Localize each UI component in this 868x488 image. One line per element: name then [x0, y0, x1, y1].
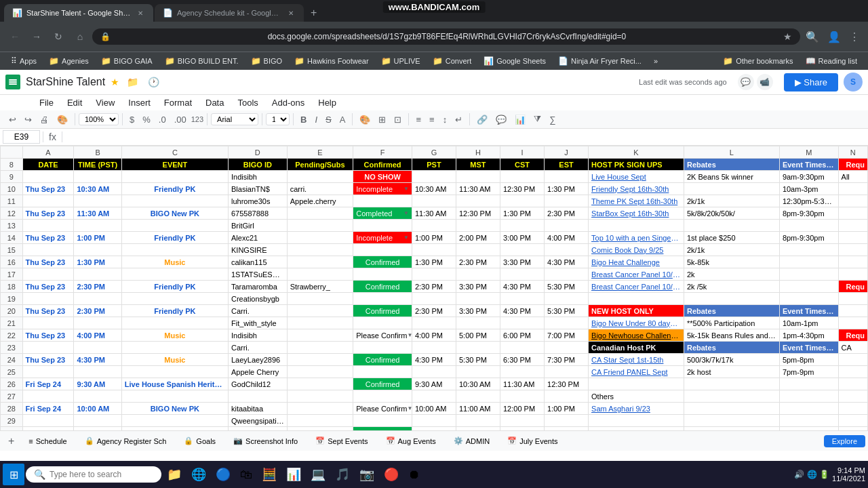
cell-l14[interactable]: 1st place $250 — [684, 232, 779, 244]
cell-m28[interactable] — [779, 403, 838, 415]
cell-n29[interactable] — [838, 415, 867, 427]
col-header-i[interactable]: I — [500, 146, 545, 159]
cell-h8[interactable]: MST — [456, 159, 500, 171]
cell-k16[interactable]: Bigo Heat Challenge — [589, 256, 684, 268]
cell-g13[interactable] — [412, 220, 456, 232]
cell-d25[interactable]: Appele Cherry — [228, 366, 287, 378]
cell-j24[interactable]: 7:30 PM — [545, 354, 589, 366]
cell-f27[interactable] — [353, 390, 412, 403]
cell-j10[interactable]: 1:30 PM — [545, 183, 589, 195]
bookmark-reading-list[interactable]: 📖 Reading list — [800, 54, 863, 68]
cell-e29[interactable] — [287, 415, 353, 427]
col-header-c[interactable]: C — [121, 146, 228, 159]
cell-c21[interactable] — [121, 317, 228, 329]
browser-tab-2[interactable]: 📄 Agency Schedule kit - Google D... ✕ — [155, 4, 304, 22]
cell-f28[interactable]: Please Confirm ▼ — [353, 403, 412, 415]
cell-b17[interactable] — [74, 268, 121, 281]
cell-a23[interactable] — [22, 342, 74, 354]
sheet-tab-sept-events[interactable]: 📅 Sept Events — [307, 432, 376, 451]
cell-e14[interactable] — [287, 232, 353, 244]
cell-i9[interactable] — [500, 171, 545, 183]
cell-l11[interactable]: 2k/1k — [684, 195, 779, 207]
link-button[interactable]: 🔗 — [473, 113, 491, 127]
tab-close-1[interactable]: ✕ — [136, 9, 145, 18]
cell-e10[interactable]: carri. — [287, 183, 353, 195]
cell-e9[interactable] — [287, 171, 353, 183]
cell-g25[interactable] — [412, 366, 456, 378]
cell-f19[interactable] — [353, 293, 412, 305]
cell-g20[interactable]: 2:30 PM — [412, 305, 456, 317]
cell-a29[interactable] — [22, 415, 74, 427]
cell-m8[interactable]: Event Times (PST) — [779, 159, 838, 171]
cell-d14[interactable]: Alexc21 — [228, 232, 287, 244]
col-header-l[interactable]: L — [684, 146, 779, 159]
menu-edit[interactable]: Edit — [62, 95, 87, 110]
cell-g22[interactable]: 4:00 PM — [412, 329, 456, 342]
bookmark-more[interactable]: » — [648, 55, 663, 67]
cell-c27[interactable] — [121, 390, 228, 403]
cell-m11[interactable]: 12:30pm-5:30pm — [779, 195, 838, 207]
cell-e8[interactable]: Pending/Subs — [287, 159, 353, 171]
cell-b10[interactable]: 10:30 AM — [74, 183, 121, 195]
cell-b27[interactable] — [74, 390, 121, 403]
cell-l24[interactable]: 500/3k/7k/17k — [684, 354, 779, 366]
cell-c14[interactable]: Friendly PK — [121, 232, 228, 244]
bookmark-bigo-gaia[interactable]: 📁 BIGO GAIA — [96, 54, 158, 68]
col-header-e[interactable]: E — [287, 146, 353, 159]
cell-c22[interactable]: Music — [121, 329, 228, 342]
cell-h9[interactable] — [456, 171, 500, 183]
menu-view[interactable]: View — [90, 95, 120, 110]
cell-b23[interactable] — [74, 342, 121, 354]
cell-i16[interactable]: 3:30 PM — [500, 256, 545, 268]
cell-f16[interactable]: Confirmed — [353, 256, 412, 268]
cell-f11[interactable] — [353, 195, 412, 207]
cell-i24[interactable]: 6:30 PM — [500, 354, 545, 366]
menu-help[interactable]: Help — [313, 95, 342, 110]
cell-f8[interactable]: Confirmed — [353, 159, 412, 171]
cell-n24[interactable] — [838, 354, 867, 366]
cell-k12[interactable]: StarBox Sept 16th-30th — [589, 207, 684, 220]
cell-n15[interactable] — [838, 244, 867, 256]
explore-button[interactable]: Explore — [824, 435, 865, 447]
cell-g18[interactable]: 2:30 PM — [412, 281, 456, 293]
cell-d12[interactable]: 675587888 — [228, 207, 287, 220]
cell-e18[interactable]: Strawberry_ — [287, 281, 353, 293]
cell-d15[interactable]: KINGSIRE — [228, 244, 287, 256]
cell-g26[interactable]: 9:30 AM — [412, 378, 456, 390]
fill-color-button[interactable]: 🎨 — [356, 113, 374, 127]
cell-d29[interactable]: Qweengsipation — [228, 415, 287, 427]
cell-l20[interactable]: Rebates — [684, 305, 779, 317]
taskbar-app-5[interactable]: 📊 — [282, 464, 305, 485]
cell-k8[interactable]: HOST PK SIGN UPS — [589, 159, 684, 171]
cell-b25[interactable] — [74, 366, 121, 378]
cell-a13[interactable] — [22, 220, 74, 232]
cell-h19[interactable] — [456, 293, 500, 305]
cell-f15[interactable] — [353, 244, 412, 256]
cell-i27[interactable] — [500, 390, 545, 403]
cell-g12[interactable]: 11:30 AM — [412, 207, 456, 220]
cell-m26[interactable] — [779, 378, 838, 390]
cell-c9[interactable] — [121, 171, 228, 183]
cell-f26[interactable]: Confirmed — [353, 378, 412, 390]
cell-j22[interactable]: 7:00 PM — [545, 329, 589, 342]
taskbar-app-8[interactable]: 📷 — [355, 464, 378, 485]
cell-b20[interactable]: 2:30 PM — [74, 305, 121, 317]
cell-d17[interactable]: 1STATSuESQUE — [228, 268, 287, 281]
cell-a11[interactable] — [22, 195, 74, 207]
col-header-j[interactable]: J — [545, 146, 589, 159]
cell-a20[interactable]: Thu Sep 23 — [22, 305, 74, 317]
cell-i21[interactable] — [500, 317, 545, 329]
cell-a21[interactable] — [22, 317, 74, 329]
cell-j19[interactable] — [545, 293, 589, 305]
cell-f12[interactable]: Completed ▼ — [353, 207, 412, 220]
cell-n16[interactable] — [838, 256, 867, 268]
cell-n10[interactable] — [838, 183, 867, 195]
cell-d18[interactable]: Taramaromba — [228, 281, 287, 293]
cell-d19[interactable]: Creationsbygb — [228, 293, 287, 305]
cell-f13[interactable] — [353, 220, 412, 232]
cell-m10[interactable]: 10am-3pm — [779, 183, 838, 195]
cell-m14[interactable]: 8pm-9:30pm — [779, 232, 838, 244]
cell-b19[interactable] — [74, 293, 121, 305]
menu-data[interactable]: Data — [200, 95, 229, 110]
percent-button[interactable]: % — [139, 113, 154, 127]
